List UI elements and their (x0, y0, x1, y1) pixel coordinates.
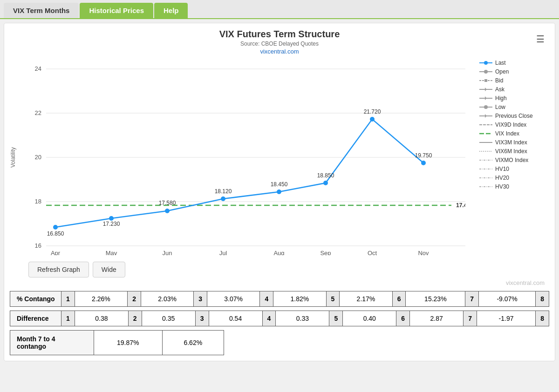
summary-value-1: 19.87% (94, 331, 163, 355)
legend-vix6m: VIX6M Index (479, 148, 549, 155)
legend-high: High (479, 95, 549, 101)
legend-vix3m: VIX3M Index (479, 139, 549, 146)
legend-label-vix6m: VIX6M Index (495, 148, 527, 155)
chart-body: Volatility 24 22 20 (10, 60, 549, 257)
wide-button[interactable]: Wide (93, 262, 125, 277)
summary-value-2: 6.62% (162, 331, 224, 355)
menu-icon[interactable]: ☰ (536, 34, 545, 45)
contango-value-6: 15.23% (406, 291, 465, 307)
chart-link[interactable]: vixcentral.com (10, 48, 549, 55)
legend-label-prev-close: Previous Close (495, 113, 533, 119)
chart-container: ☰ VIX Futures Term Structure Source: CBO… (10, 29, 549, 286)
svg-rect-42 (484, 79, 487, 82)
legend-open: Open (479, 68, 549, 75)
svg-text:Oct: Oct (368, 250, 377, 255)
diff-value-5: 0.40 (343, 311, 396, 326)
legend-vix9d: VIX9D Index (479, 122, 549, 128)
chart-legend: Last Open Bid Ask High (475, 60, 549, 257)
legend-vix-index: VIX Index (479, 130, 549, 137)
legend-label-vixmo: VIXMO Index (495, 157, 528, 163)
summary-row: Month 7 to 4 contango 19.87% 6.62% (10, 331, 224, 355)
diff-index-6: 6 (396, 311, 410, 326)
difference-label: Difference (10, 311, 61, 326)
tab-historical-prices[interactable]: Historical Prices (80, 3, 153, 18)
diff-index-8: 8 (536, 311, 549, 326)
legend-ask: Ask (479, 86, 549, 93)
contango-index-5: 5 (326, 291, 340, 307)
svg-point-38 (484, 61, 488, 65)
svg-text:22: 22 (35, 109, 41, 116)
svg-text:17.580: 17.580 (159, 200, 176, 206)
svg-text:16: 16 (35, 242, 41, 249)
legend-label-hv30: HV30 (495, 183, 509, 190)
contango-index-2: 2 (128, 291, 141, 307)
svg-marker-50 (485, 114, 487, 118)
svg-text:18.850: 18.850 (317, 172, 334, 179)
refresh-graph-button[interactable]: Refresh Graph (28, 262, 89, 277)
chart-buttons: Refresh Graph Wide (28, 262, 549, 277)
contango-value-2: 2.03% (141, 291, 193, 307)
contango-table: % Contango 1 2.26% 2 2.03% 3 3.07% 4 1.8… (10, 291, 549, 307)
svg-text:Aug: Aug (273, 250, 284, 255)
legend-label-low: Low (495, 104, 505, 110)
legend-label-bid: Bid (495, 77, 503, 84)
svg-text:21.720: 21.720 (364, 108, 381, 115)
legend-hv10: HV10 (479, 166, 549, 172)
tables-area: % Contango 1 2.26% 2 2.03% 3 3.07% 4 1.8… (10, 291, 549, 355)
svg-text:Jun: Jun (163, 250, 172, 255)
diff-value-7: -1.97 (477, 311, 535, 326)
diff-value-1: 0.38 (75, 311, 128, 326)
legend-hv20: HV20 (479, 175, 549, 181)
svg-point-27 (370, 117, 375, 122)
svg-text:18.450: 18.450 (271, 181, 288, 188)
chart-area: 24 22 20 18 16 Apr May Jun Jul Aug Sep O… (18, 60, 475, 257)
diff-index-4: 4 (262, 311, 276, 326)
y-axis-label: Volatility (10, 60, 16, 255)
contango-index-4: 4 (260, 291, 273, 307)
svg-text:24: 24 (35, 65, 41, 72)
svg-text:17.230: 17.230 (103, 221, 120, 227)
svg-marker-46 (485, 96, 487, 100)
main-content: ☰ VIX Futures Term Structure Source: CBO… (4, 23, 555, 361)
difference-row: Difference 1 0.38 2 0.35 3 0.54 4 0.33 5… (10, 311, 549, 326)
diff-value-2: 0.35 (142, 311, 195, 326)
svg-point-25 (277, 189, 281, 194)
legend-low: Low (479, 104, 549, 110)
legend-prev-close: Previous Close (479, 113, 549, 119)
contango-value-7: -9.07% (479, 291, 536, 307)
legend-label-hv10: HV10 (495, 166, 509, 172)
svg-text:Apr: Apr (51, 250, 61, 255)
legend-last: Last (479, 60, 549, 66)
svg-point-28 (421, 161, 426, 165)
contango-value-3: 3.07% (207, 291, 260, 307)
svg-point-26 (323, 181, 328, 185)
contango-index-6: 6 (392, 291, 406, 307)
summary-table: Month 7 to 4 contango 19.87% 6.62% (10, 330, 224, 355)
diff-value-6: 2.87 (410, 311, 464, 326)
difference-table: Difference 1 0.38 2 0.35 3 0.54 4 0.33 5… (10, 311, 549, 326)
svg-text:16.850: 16.850 (47, 230, 64, 237)
svg-point-40 (484, 70, 488, 74)
chart-watermark: vixcentral.com (10, 279, 545, 286)
diff-index-5: 5 (329, 311, 343, 326)
contango-index-3: 3 (194, 291, 207, 307)
legend-hv30: HV30 (479, 183, 549, 190)
tab-help[interactable]: Help (154, 3, 188, 18)
svg-marker-44 (485, 88, 487, 91)
diff-value-3: 0.54 (209, 311, 262, 326)
chart-title: VIX Futures Term Structure (10, 29, 549, 40)
legend-bid: Bid (479, 77, 549, 84)
svg-text:18: 18 (35, 198, 41, 205)
tab-vix-term-months[interactable]: VIX Term Months (4, 3, 79, 18)
legend-label-open: Open (495, 68, 509, 75)
diff-index-1: 1 (61, 311, 75, 326)
legend-label-vix-index: VIX Index (495, 130, 519, 137)
svg-point-23 (165, 209, 170, 213)
contango-label: % Contango (10, 291, 61, 307)
legend-vixmo: VIXMO Index (479, 157, 549, 163)
legend-label-high: High (495, 95, 507, 101)
legend-label-last: Last (495, 60, 506, 66)
contango-index-7: 7 (465, 291, 479, 307)
svg-text:Nov: Nov (418, 250, 429, 255)
svg-point-24 (221, 196, 225, 201)
